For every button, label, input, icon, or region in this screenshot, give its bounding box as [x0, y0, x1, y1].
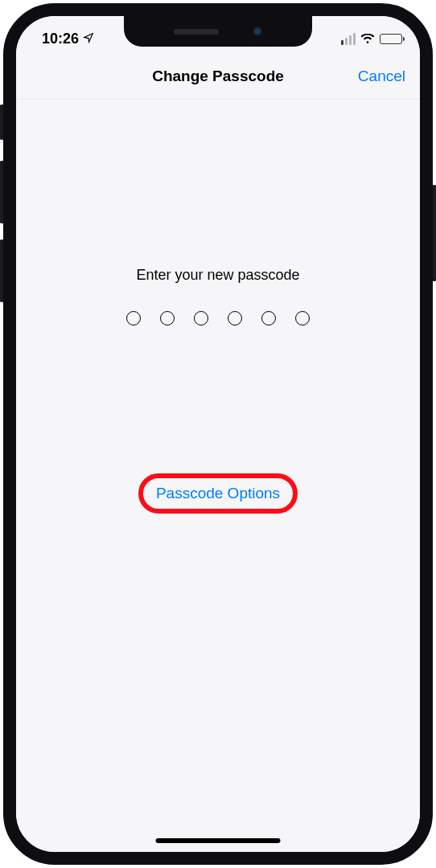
passcode-dot — [126, 311, 141, 326]
phone-frame: 10:26 Change Passcode Cancel — [3, 3, 433, 865]
navbar: Change Passcode Cancel — [16, 53, 420, 100]
passcode-dots — [126, 311, 310, 326]
wifi-icon — [360, 34, 375, 44]
passcode-dot — [295, 311, 310, 326]
location-icon — [83, 31, 94, 47]
passcode-dot — [160, 311, 175, 326]
cancel-button[interactable]: Cancel — [358, 68, 405, 85]
home-indicator[interactable] — [156, 838, 281, 843]
screen: 10:26 Change Passcode Cancel — [16, 16, 420, 852]
page-title: Change Passcode — [152, 68, 284, 85]
cellular-signal-icon — [341, 33, 356, 45]
passcode-prompt: Enter your new passcode — [136, 267, 299, 284]
passcode-dot — [194, 311, 208, 326]
passcode-dot — [228, 311, 242, 326]
passcode-dot — [261, 311, 276, 326]
front-camera — [253, 27, 262, 36]
passcode-options-button[interactable]: Passcode Options — [156, 485, 280, 502]
battery-icon — [380, 34, 402, 44]
notch — [124, 16, 312, 47]
speaker-grill — [174, 29, 219, 35]
status-time: 10:26 — [42, 31, 79, 47]
content-area: Enter your new passcode Passcode Options — [16, 100, 420, 852]
